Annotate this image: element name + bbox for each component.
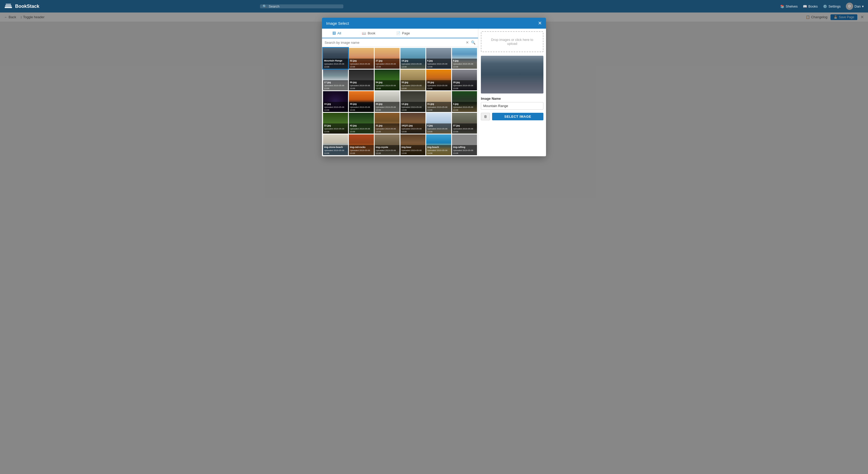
select-image-button[interactable]: SELECT IMAGE	[492, 113, 544, 120]
modal-body: 🖼 All 📖 Book 📄 Page	[322, 29, 546, 156]
image-thumb[interactable]: img-coyoteUploaded 2019-05-06 13:06	[375, 134, 400, 155]
modal-header: Image Select ✕	[322, 18, 546, 29]
image-thumb[interactable]: 31.jpgUploaded 2019-05-06 13:06	[375, 113, 400, 134]
image-thumb[interactable]: 37.jpgUploaded 2019-05-06 13:06	[452, 113, 477, 134]
app-name: BookStack	[15, 4, 39, 9]
book-icon: 📖	[362, 31, 366, 35]
action-row: 🗑 SELECT IMAGE	[481, 113, 544, 120]
image-thumb[interactable]: 17.jpgUploaded 2019-05-06 13:06	[323, 69, 348, 90]
image-thumb[interactable]: 3.jpgUploaded 2019-05-06 13:06	[452, 91, 477, 112]
delete-image-button[interactable]: 🗑	[481, 113, 490, 120]
all-icon: 🖼	[332, 31, 336, 35]
right-panel: Drop images or click here to upload Imag…	[478, 29, 546, 156]
image-thumb[interactable]: 9.jpgUploaded 2019-05-06 13:06	[452, 48, 477, 69]
image-search-bar: ✕ 🔍	[322, 38, 478, 47]
global-search[interactable]: 🔍 Search	[260, 4, 343, 8]
upload-area[interactable]: Drop images or click here to upload	[481, 31, 544, 52]
books-icon: 📖	[803, 4, 807, 8]
svg-rect-2	[6, 4, 11, 5]
image-thumb[interactable]: 22.jpgUploaded 2019-05-06 13:06	[323, 113, 348, 134]
image-tabs: 🖼 All 📖 Book 📄 Page	[322, 29, 478, 38]
modal-overlay: Image Select ✕ 🖼 All 📖 Book �	[0, 12, 868, 474]
image-thumb[interactable]: img-beachUploaded 2019-05-06 13:06	[426, 134, 451, 155]
image-thumb[interactable]: 13.jpgUploaded 2019-05-06 13:06	[400, 91, 425, 112]
chevron-down-icon: ▾	[862, 4, 864, 8]
avatar: D	[846, 3, 853, 10]
image-thumb[interactable]: 34.jpgUploaded 2019-05-06 13:06	[375, 91, 400, 112]
search-icon: 🔍	[262, 4, 267, 8]
image-thumb[interactable]: 41.jpgUploaded 2019-05-06 13:06	[426, 91, 451, 112]
image-thumb[interactable]: img-stone-beachUploaded 2019-05-06 13:06	[323, 134, 348, 155]
preview-image	[481, 56, 544, 94]
search-actions: ✕ 🔍	[466, 40, 475, 44]
user-menu[interactable]: D Dan ▾	[846, 3, 864, 10]
logo-icon	[4, 2, 12, 10]
image-thumb[interactable]: 54.jpgUploaded 2019-05-06 13:06	[375, 69, 400, 90]
gear-icon: ⚙️	[823, 4, 827, 8]
image-thumb[interactable]: 55.jpgUploaded 2019-05-06 13:06	[349, 69, 374, 90]
image-thumb[interactable]: 19.jpgUploaded 2019-05-06 13:06	[400, 48, 425, 69]
image-name-label: Image Name	[481, 97, 544, 100]
image-thumb[interactable]: 6.jpgUploaded 2019-05-06 13:06	[426, 48, 451, 69]
image-thumb[interactable]: 4.jpgUploaded 2019-05-06 13:06	[426, 113, 451, 134]
image-thumb[interactable]: img-bearUploaded 2019-05-06 13:06	[400, 134, 425, 155]
image-thumb[interactable]: 35.jpgUploaded 2019-05-06 13:06	[426, 69, 451, 90]
image-name-input[interactable]	[481, 102, 544, 109]
svg-rect-0	[5, 7, 12, 8]
image-thumb[interactable]: 16Q21.jpgUploaded 2019-05-06 13:06	[400, 113, 425, 134]
page-icon: 📄	[396, 31, 400, 35]
trash-icon: 🗑	[484, 115, 487, 119]
image-grid: Mountain RangeUploaded 2019-05-06 13:063…	[322, 47, 478, 156]
image-thumb[interactable]: 33.jpgUploaded 2019-05-06 13:06	[400, 69, 425, 90]
image-thumb[interactable]: img-red-rocksUploaded 2019-05-06 13:06	[349, 134, 374, 155]
modal-close-button[interactable]: ✕	[538, 21, 542, 26]
search-clear-button[interactable]: ✕	[466, 40, 469, 44]
image-thumb[interactable]: 40.jpgUploaded 2019-05-06 13:06	[349, 91, 374, 112]
nav-links: 📚 Shelves 📖 Books ⚙️ Settings D Dan ▾	[780, 3, 864, 10]
image-search-input[interactable]	[324, 41, 466, 44]
svg-rect-1	[5, 5, 11, 6]
image-thumb[interactable]: 32.jpgUploaded 2019-05-06 13:06	[349, 48, 374, 69]
image-select-modal: Image Select ✕ 🖼 All 📖 Book �	[322, 18, 546, 156]
tab-all[interactable]: 🖼 All	[322, 29, 351, 38]
image-thumb[interactable]: img-raftingUploaded 2019-05-06 13:06	[452, 134, 477, 155]
tab-page[interactable]: 📄 Page	[386, 29, 420, 38]
shelves-link[interactable]: 📚 Shelves	[780, 4, 798, 8]
upload-text: Drop images or click here to upload	[487, 38, 538, 45]
search-placeholder: Search	[269, 4, 280, 8]
logo[interactable]: BookStack	[4, 2, 39, 10]
image-thumb[interactable]: 42.jpgUploaded 2019-05-06 13:06	[349, 113, 374, 134]
search-submit-button[interactable]: 🔍	[471, 40, 475, 44]
tab-book[interactable]: 📖 Book	[351, 29, 386, 38]
books-link[interactable]: 📖 Books	[803, 4, 818, 8]
selected-image-preview	[481, 56, 544, 94]
top-navigation: BookStack 🔍 Search 📚 Shelves 📖 Books ⚙️ …	[0, 0, 868, 12]
shelves-icon: 📚	[780, 4, 784, 8]
left-panel: 🖼 All 📖 Book 📄 Page	[322, 29, 478, 156]
settings-link[interactable]: ⚙️ Settings	[823, 4, 841, 8]
image-thumb[interactable]: 27.jpgUploaded 2019-05-06 13:06	[375, 48, 400, 69]
image-thumb[interactable]: 28.jpgUploaded 2019-05-06 13:06	[452, 69, 477, 90]
image-thumb[interactable]: 10.jpgUploaded 2019-05-06 13:06	[323, 91, 348, 112]
image-thumb[interactable]: Mountain RangeUploaded 2019-05-06 13:06	[323, 48, 348, 69]
modal-title: Image Select	[326, 21, 349, 26]
